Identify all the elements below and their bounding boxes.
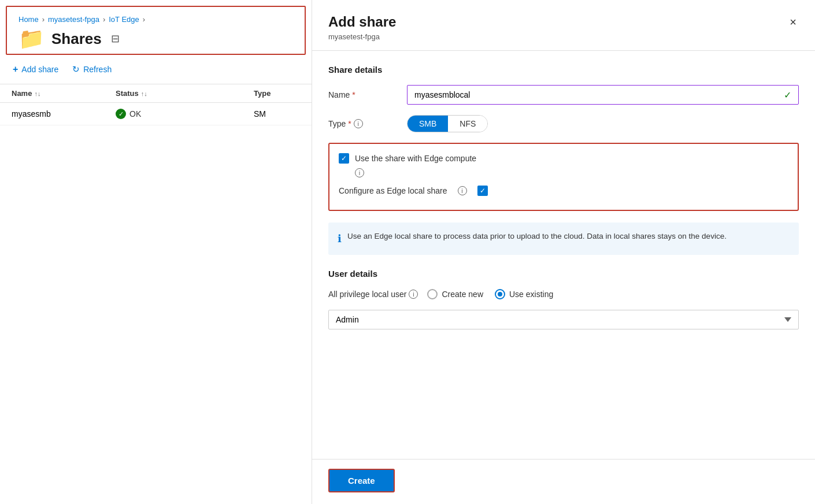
- info-banner-text: Use an Edge local share to process data …: [347, 231, 727, 242]
- sort-name-icon[interactable]: ↑↓: [34, 90, 40, 97]
- page-title: Shares: [51, 30, 102, 48]
- drawer-footer: Create: [312, 459, 815, 504]
- edge-compute-info-row: i: [339, 168, 788, 177]
- type-smb-button[interactable]: SMB: [408, 116, 448, 132]
- create-new-option[interactable]: Create new: [427, 289, 483, 299]
- privilege-info-icon[interactable]: i: [409, 290, 418, 299]
- use-existing-radio-fill: [498, 292, 502, 297]
- col-type: Type: [254, 89, 300, 98]
- add-share-button[interactable]: + Add share: [12, 62, 60, 77]
- use-existing-radio[interactable]: [495, 289, 505, 299]
- type-label: Type * i: [328, 119, 398, 128]
- user-details-section: User details All privilege local user i …: [328, 269, 799, 329]
- row-status: ✓ OK: [116, 109, 254, 119]
- user-radio-group: Create new Use existing: [427, 289, 799, 299]
- privilege-user-label: All privilege local user i: [328, 290, 418, 299]
- edge-compute-section: ✓ Use the share with Edge compute i Conf…: [328, 143, 799, 211]
- print-icon[interactable]: ⊟: [109, 30, 122, 47]
- admin-select[interactable]: Admin: [328, 310, 799, 329]
- user-details-title: User details: [328, 269, 799, 279]
- row-status-text: OK: [129, 109, 141, 118]
- info-banner-icon: ℹ: [338, 231, 342, 247]
- type-info-icon[interactable]: i: [354, 119, 363, 128]
- use-existing-option[interactable]: Use existing: [495, 289, 553, 299]
- sort-status-icon[interactable]: ↑↓: [141, 90, 147, 97]
- type-nfs-button[interactable]: NFS: [448, 116, 487, 132]
- edge-compute-label: Use the share with Edge compute: [355, 154, 476, 163]
- create-button[interactable]: Create: [328, 469, 395, 492]
- name-label: Name *: [328, 90, 398, 99]
- add-share-drawer: Add share myasetest-fpga × Share details…: [312, 0, 815, 504]
- drawer-body: Share details Name * myasesmblocal ✓ Typ…: [312, 51, 815, 459]
- breadcrumb-sep2: ›: [103, 15, 105, 24]
- col-name[interactable]: Name ↑↓: [12, 89, 116, 98]
- row-type: SM: [254, 109, 300, 118]
- share-details-section-title: Share details: [328, 65, 799, 75]
- type-row: Type * i SMB NFS: [328, 115, 799, 132]
- name-input-display[interactable]: myasesmblocal ✓: [407, 85, 799, 105]
- folder-icon: 📁: [18, 28, 45, 49]
- admin-select-wrapper: Admin: [328, 310, 799, 329]
- type-toggle: SMB NFS: [407, 115, 488, 132]
- col-status[interactable]: Status ↑↓: [116, 89, 254, 98]
- breadcrumb-sep3: ›: [143, 15, 145, 24]
- close-button[interactable]: ×: [787, 14, 799, 30]
- breadcrumb-home[interactable]: Home: [18, 15, 39, 24]
- info-banner: ℹ Use an Edge local share to process dat…: [328, 223, 799, 255]
- add-share-label: Add share: [21, 65, 58, 74]
- refresh-label: Refresh: [83, 65, 112, 74]
- breadcrumb: Home › myasetest-fpga › IoT Edge ›: [18, 15, 293, 24]
- table-header: Name ↑↓ Status ↑↓ Type: [0, 84, 312, 103]
- type-required: *: [348, 119, 351, 128]
- use-existing-label: Use existing: [509, 290, 553, 299]
- plus-icon: +: [13, 64, 18, 75]
- privilege-user-row: All privilege local user i Create new Us…: [328, 289, 799, 299]
- header-section: Home › myasetest-fpga › IoT Edge › 📁 Sha…: [6, 6, 306, 55]
- toolbar: + Add share ↻ Refresh: [0, 55, 312, 84]
- name-value: myasesmblocal: [414, 90, 470, 99]
- ok-icon: ✓: [116, 109, 126, 119]
- drawer-title: Add share: [328, 14, 396, 30]
- edge-local-label: Configure as Edge local share: [339, 186, 447, 195]
- edge-compute-info-icon[interactable]: i: [355, 168, 364, 177]
- edge-local-checkbox[interactable]: ✓: [477, 186, 488, 196]
- refresh-icon: ↻: [72, 64, 80, 75]
- edge-compute-row: ✓ Use the share with Edge compute: [339, 153, 788, 164]
- name-required: *: [352, 90, 355, 99]
- name-check-icon: ✓: [784, 90, 791, 101]
- drawer-header: Add share myasetest-fpga ×: [312, 0, 815, 51]
- edge-compute-checkbox[interactable]: ✓: [339, 153, 349, 164]
- row-name: myasesmb: [12, 109, 116, 118]
- table-row[interactable]: myasesmb ✓ OK SM: [0, 103, 312, 125]
- breadcrumb-sep1: ›: [42, 15, 45, 24]
- breadcrumb-section[interactable]: IoT Edge: [109, 15, 139, 24]
- breadcrumb-device[interactable]: myasetest-fpga: [48, 15, 99, 24]
- edge-local-info-icon[interactable]: i: [458, 186, 467, 195]
- name-row: Name * myasesmblocal ✓: [328, 85, 799, 105]
- create-new-radio[interactable]: [427, 289, 438, 299]
- create-new-label: Create new: [442, 290, 483, 299]
- refresh-button[interactable]: ↻ Refresh: [71, 62, 113, 77]
- edge-local-row: Configure as Edge local share i ✓: [339, 186, 788, 196]
- drawer-subtitle: myasetest-fpga: [328, 32, 396, 41]
